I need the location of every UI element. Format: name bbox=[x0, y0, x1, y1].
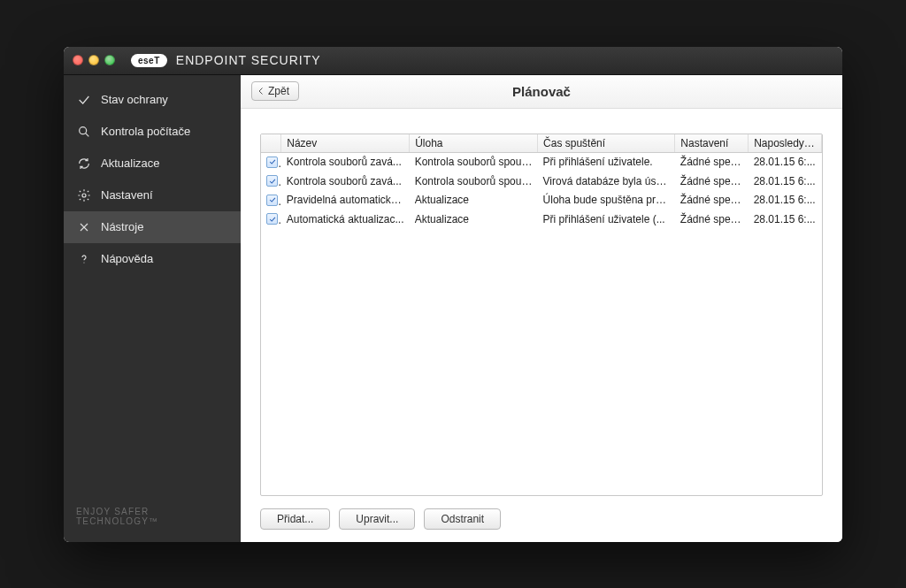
gear-icon bbox=[76, 187, 92, 203]
maximize-icon[interactable] bbox=[104, 55, 115, 65]
checkbox-icon[interactable] bbox=[266, 213, 278, 225]
cell-name: Pravidelná automatická... bbox=[281, 191, 410, 210]
cell-name: Kontrola souborů zavá... bbox=[281, 152, 410, 172]
cell-name: Automatická aktualizac... bbox=[281, 210, 410, 229]
column-last[interactable]: Naposledy s... bbox=[749, 134, 822, 153]
table-header-row: Název Úloha Čas spuštění Nastavení Napos… bbox=[261, 134, 822, 153]
cell-task: Kontrola souborů spouš... bbox=[410, 172, 538, 191]
table-row[interactable]: Automatická aktualizac...AktualizacePři … bbox=[261, 210, 822, 229]
cell-time: Při přihlášení uživatele (... bbox=[538, 210, 675, 229]
sidebar-item-label: Nápověda bbox=[101, 252, 153, 265]
back-button-label: Zpět bbox=[268, 85, 289, 97]
table-row[interactable]: Pravidelná automatická...AktualizaceÚloh… bbox=[261, 191, 822, 210]
button-row: Přidat... Upravit... Odstranit bbox=[260, 496, 823, 530]
checkbox-icon[interactable] bbox=[266, 175, 278, 187]
edit-button[interactable]: Upravit... bbox=[339, 508, 415, 530]
column-task[interactable]: Úloha bbox=[410, 134, 538, 153]
close-icon[interactable] bbox=[73, 55, 83, 65]
cell-settings: Žádné speci... bbox=[675, 191, 749, 210]
cell-settings: Žádné speci... bbox=[675, 172, 749, 191]
svg-point-0 bbox=[80, 126, 87, 134]
cell-time: Úloha bude spuštěna pra... bbox=[538, 191, 675, 210]
sidebar-item-tools[interactable]: Nástroje bbox=[64, 211, 241, 243]
cell-settings: Žádné speci... bbox=[675, 210, 749, 229]
sidebar-item-label: Nástroje bbox=[101, 220, 143, 233]
cell-task: Aktualizace bbox=[410, 191, 538, 210]
sidebar-item-help[interactable]: Nápověda bbox=[64, 243, 241, 275]
column-time[interactable]: Čas spuštění bbox=[538, 134, 675, 153]
question-icon bbox=[76, 251, 92, 267]
cell-last: 28.01.15 6:... bbox=[749, 191, 822, 210]
checkbox-icon[interactable] bbox=[266, 157, 278, 168]
minimize-icon[interactable] bbox=[88, 55, 99, 65]
cell-name: Kontrola souborů zavá... bbox=[281, 172, 410, 191]
scheduler-table: Název Úloha Čas spuštění Nastavení Napos… bbox=[260, 134, 823, 496]
column-name[interactable]: Název bbox=[281, 134, 410, 153]
sidebar-item-update[interactable]: Aktualizace bbox=[64, 148, 241, 179]
sidebar-item-settings[interactable]: Nastavení bbox=[64, 179, 241, 211]
cell-last: 28.01.15 6:... bbox=[749, 152, 822, 172]
brand: eseT ENDPOINT SECURITY bbox=[131, 53, 321, 67]
cell-task: Aktualizace bbox=[410, 210, 538, 229]
search-icon bbox=[76, 124, 92, 140]
svg-line-1 bbox=[86, 133, 89, 136]
cell-last: 28.01.15 6:... bbox=[749, 210, 822, 229]
add-button[interactable]: Přidat... bbox=[260, 508, 330, 530]
sidebar-item-status[interactable]: Stav ochrany bbox=[64, 84, 241, 116]
checkbox-icon[interactable] bbox=[266, 195, 278, 206]
svg-point-2 bbox=[82, 194, 86, 197]
check-icon bbox=[76, 92, 92, 108]
cell-last: 28.01.15 6:... bbox=[749, 172, 822, 191]
sidebar: Stav ochrany Kontrola počítače Aktualiza… bbox=[64, 75, 241, 542]
refresh-icon bbox=[76, 156, 92, 172]
page-title: Plánovač bbox=[241, 84, 842, 99]
content-header: Zpět Plánovač bbox=[241, 75, 842, 109]
brand-title: ENDPOINT SECURITY bbox=[176, 53, 321, 67]
content: Zpět Plánovač Název Úloha Čas spuštění bbox=[241, 75, 842, 542]
chevron-left-icon bbox=[256, 86, 266, 96]
sidebar-item-label: Stav ochrany bbox=[101, 93, 168, 106]
cell-settings: Žádné speci... bbox=[675, 152, 749, 172]
column-checkbox[interactable] bbox=[261, 134, 281, 153]
remove-button[interactable]: Odstranit bbox=[424, 508, 501, 530]
back-button[interactable]: Zpět bbox=[251, 81, 299, 101]
cell-task: Kontrola souborů spouš... bbox=[410, 152, 538, 172]
sidebar-item-scan[interactable]: Kontrola počítače bbox=[64, 116, 241, 148]
table-row[interactable]: Kontrola souborů zavá...Kontrola souborů… bbox=[261, 152, 822, 172]
cell-time: Při přihlášení uživatele. bbox=[538, 152, 675, 172]
sidebar-item-label: Kontrola počítače bbox=[101, 125, 190, 138]
sidebar-footer: ENJOY SAFER TECHNOLOGY™ bbox=[64, 491, 241, 542]
table-row[interactable]: Kontrola souborů zavá...Kontrola souborů… bbox=[261, 172, 822, 191]
app-window: eseT ENDPOINT SECURITY Stav ochrany Kont… bbox=[64, 47, 842, 542]
sidebar-item-label: Nastavení bbox=[101, 188, 153, 202]
column-settings[interactable]: Nastavení bbox=[675, 134, 749, 153]
brand-logo: eseT bbox=[131, 54, 167, 67]
tools-icon bbox=[76, 219, 92, 235]
cell-time: Virová databáze byla úsp... bbox=[538, 172, 675, 191]
sidebar-item-label: Aktualizace bbox=[101, 157, 159, 170]
titlebar: eseT ENDPOINT SECURITY bbox=[64, 47, 842, 75]
svg-point-3 bbox=[83, 262, 84, 263]
